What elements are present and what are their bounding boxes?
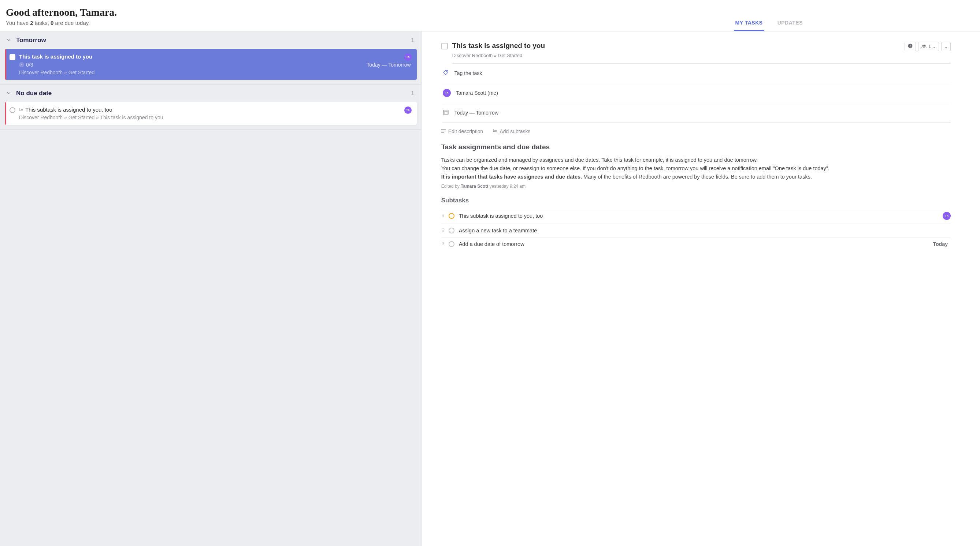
- priority-accent: [5, 102, 6, 125]
- drag-handle-icon[interactable]: ⠿: [441, 228, 444, 233]
- edit-description-button[interactable]: Edit description: [441, 129, 484, 134]
- drag-handle-icon[interactable]: ⠿: [441, 213, 444, 219]
- svg-point-10: [444, 113, 445, 113]
- subtasks-heading: Subtasks: [441, 197, 951, 204]
- assignee-row[interactable]: Ts Tamara Scott (me): [443, 83, 951, 103]
- task-date-range: Today — Tomorrow: [367, 62, 410, 68]
- tabs: MY TASKS UPDATES: [734, 15, 980, 31]
- assignees-button[interactable]: 1 ⌄: [918, 42, 939, 51]
- svg-point-11: [445, 113, 446, 113]
- subtask-row[interactable]: ⠿ Add a due date of tomorrow Today: [441, 237, 951, 251]
- people-icon: [921, 44, 926, 49]
- subtask-progress: ✓ 0/3: [19, 62, 33, 68]
- tag-row[interactable]: Tag the task: [443, 63, 951, 83]
- subtask-row[interactable]: ⠿ This subtask is assigned to you, too T…: [441, 208, 951, 224]
- drag-handle-icon[interactable]: ⠿: [441, 241, 444, 247]
- avatar: Ts: [404, 106, 412, 114]
- subtask-checkbox[interactable]: [449, 241, 455, 247]
- breadcrumb: Discover Redbooth » Get Started: [19, 70, 411, 75]
- priority-button[interactable]: [905, 42, 916, 51]
- svg-point-12: [447, 113, 447, 113]
- chevron-down-icon: ⌄: [945, 44, 947, 49]
- subtask-icon: [493, 129, 497, 134]
- section-tomorrow[interactable]: Tomorrow 1: [0, 32, 421, 49]
- task-complete-checkbox[interactable]: [441, 43, 448, 49]
- tab-my-tasks[interactable]: MY TASKS: [734, 15, 764, 31]
- task-detail-panel: This task is assigned to you 1 ⌄: [422, 32, 980, 546]
- exclamation-icon: [908, 44, 913, 49]
- description-body: Tasks can be organized and managed by as…: [441, 156, 951, 181]
- chevron-down-icon: ⌄: [933, 44, 936, 49]
- description-title: Task assignments and due dates: [441, 143, 951, 151]
- subtask-due: Today: [933, 241, 948, 247]
- page-header: Good afternoon, Tamara. You have 2 tasks…: [0, 0, 980, 32]
- breadcrumb: Discover Redbooth » Get Started » This t…: [19, 114, 411, 121]
- tag-icon: [443, 70, 449, 77]
- svg-point-4: [924, 44, 926, 46]
- task-list-panel: Tomorrow 1 Ts This task is assigned to y…: [0, 32, 422, 546]
- tab-updates[interactable]: UPDATES: [776, 15, 804, 31]
- more-options-button[interactable]: ⌄: [941, 42, 951, 51]
- subtask-icon: [19, 107, 24, 112]
- task-card[interactable]: Ts This task is assigned to you ✓ 0/3 To…: [5, 49, 417, 80]
- check-icon: ✓: [19, 62, 24, 67]
- breadcrumb[interactable]: Discover Redbooth » Get Started: [452, 53, 951, 63]
- add-subtasks-button[interactable]: Add subtasks: [493, 129, 530, 134]
- calendar-icon: [443, 109, 449, 116]
- lines-icon: [441, 129, 446, 134]
- chevron-down-icon: [6, 38, 11, 43]
- task-checkbox[interactable]: [10, 107, 15, 113]
- svg-rect-1: [910, 44, 910, 46]
- svg-rect-2: [910, 47, 910, 47]
- task-detail-title: This task is assigned to you: [452, 42, 900, 50]
- date-row[interactable]: Today — Tomorrow: [443, 103, 951, 122]
- avatar: Ts: [443, 89, 451, 97]
- chevron-down-icon: [6, 91, 11, 96]
- subtask-row[interactable]: ⠿ Assign a new task to a teammate: [441, 224, 951, 237]
- task-checkbox[interactable]: [10, 54, 15, 60]
- svg-point-3: [923, 44, 924, 46]
- task-card[interactable]: Ts This subtask is assigned to you, too …: [5, 102, 417, 125]
- section-no-due-date[interactable]: No due date 1: [0, 84, 421, 102]
- subtask-checkbox[interactable]: [449, 228, 455, 233]
- task-title: This task is assigned to you: [19, 54, 411, 60]
- subtask-checkbox[interactable]: [449, 213, 455, 219]
- avatar: Ts: [404, 54, 412, 61]
- avatar: Ts: [943, 212, 951, 220]
- edited-by: Edited by Tamara Scott yesterday 9:24 am: [441, 184, 951, 189]
- task-title: This subtask is assigned to you, too: [19, 106, 411, 113]
- priority-accent: [5, 49, 6, 80]
